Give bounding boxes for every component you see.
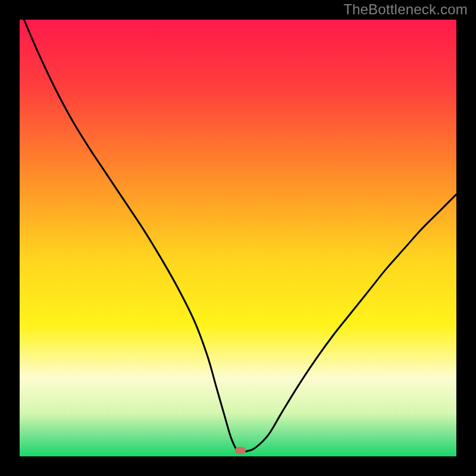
chart-plot-area xyxy=(20,20,456,456)
chart-frame: TheBottleneck.com xyxy=(0,0,476,476)
watermark-text: TheBottleneck.com xyxy=(343,1,468,18)
chart-marker xyxy=(235,447,246,454)
chart-line-curve xyxy=(20,20,456,456)
